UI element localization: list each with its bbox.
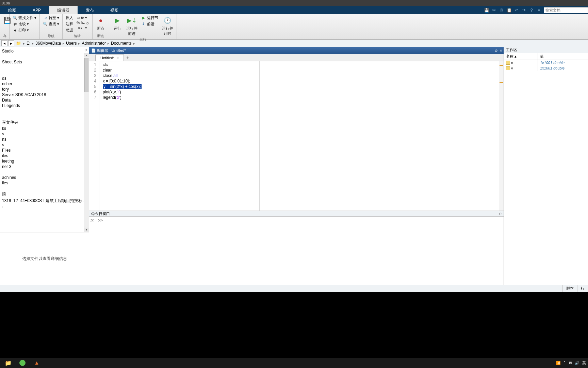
crumb-drive[interactable]: E: xyxy=(26,41,31,46)
list-item[interactable]: 院 xyxy=(1,191,89,198)
editor-tab-untitled[interactable]: Untitled* × xyxy=(95,54,124,61)
close-tab-icon[interactable]: × xyxy=(117,56,119,60)
list-item[interactable] xyxy=(1,114,89,119)
list-item[interactable]: Sheet Sets xyxy=(1,59,89,65)
workspace-row[interactable]: y1x1001 double xyxy=(504,65,588,71)
collapse-left-icon[interactable]: ⊙ xyxy=(83,48,88,52)
paste-icon[interactable]: 📋 xyxy=(506,7,512,13)
workspace-row[interactable]: x1x1001 double xyxy=(504,60,588,65)
status-bar: 脚本 行 xyxy=(0,285,588,292)
list-item[interactable]: ds xyxy=(1,76,89,81)
search-docs-input[interactable] xyxy=(544,7,588,13)
run-button[interactable]: ▶运行 xyxy=(111,15,124,32)
list-item[interactable]: Server SDK ACAD 2018 xyxy=(1,92,89,97)
indent-icons[interactable]: ⇥ ⇤ ≡ xyxy=(76,26,90,31)
save-icon[interactable]: 💾 xyxy=(484,7,489,13)
crumb-2[interactable]: Users xyxy=(65,41,77,46)
list-item[interactable]: 享文件夹 xyxy=(1,119,89,126)
tab-app[interactable]: APP xyxy=(24,6,49,14)
list-item[interactable]: Files xyxy=(1,148,89,153)
list-item[interactable]: s xyxy=(1,142,89,148)
chevron-up-icon[interactable]: ˄ xyxy=(564,361,566,365)
list-item[interactable] xyxy=(1,169,89,175)
list-item[interactable]: leeting xyxy=(1,158,89,164)
editor-annotation-bar[interactable] xyxy=(499,61,504,211)
taskbar-explorer[interactable]: 📁 xyxy=(1,358,15,367)
tab-editor[interactable]: 编辑器 xyxy=(49,6,78,14)
wifi-icon[interactable]: 📶 xyxy=(556,361,561,365)
list-item[interactable] xyxy=(1,70,89,76)
left-scrollbar[interactable]: ▴ ▾ xyxy=(84,53,89,232)
run-time-button[interactable]: 🕐运行并 计时 xyxy=(161,15,175,37)
list-item[interactable]: 1319_12_44+0800CST-建筑工程项目招投标与合同管理... xyxy=(1,198,89,204)
list-item[interactable]: Studio xyxy=(1,48,89,54)
list-item[interactable]: ncher xyxy=(1,81,89,87)
crumb-4[interactable]: Documents xyxy=(110,41,132,46)
list-item[interactable]: iles xyxy=(1,180,89,186)
network-icon[interactable]: 🖥 xyxy=(568,361,572,365)
list-item[interactable]: f Legends xyxy=(1,103,89,108)
print-button[interactable]: 🖨打印▾ xyxy=(12,27,37,33)
taskbar-matlab[interactable]: ▲ xyxy=(30,358,44,367)
ws-col-name[interactable]: 名称 ▴ xyxy=(504,53,538,60)
list-item[interactable]: iles xyxy=(1,153,89,158)
list-item[interactable]: achines xyxy=(1,175,89,180)
editor-close-icon[interactable]: ✕ xyxy=(500,49,502,52)
dropdown-icon[interactable]: ▾ xyxy=(536,7,542,13)
new-tab-button[interactable]: + xyxy=(124,54,131,61)
list-item[interactable]: s xyxy=(1,131,89,137)
find-files-button[interactable]: 🔍查找文件▾ xyxy=(12,15,37,21)
code-marker xyxy=(500,82,503,83)
list-item[interactable] xyxy=(1,65,89,70)
fx-icon[interactable]: fx xyxy=(89,217,97,285)
editor-area[interactable]: 1234567 clc clear close all x = [0:0.01:… xyxy=(89,61,504,211)
system-tray[interactable]: 📶 ˄ 🖥 🔊 英 xyxy=(556,361,586,366)
scroll-up-icon[interactable]: ▴ xyxy=(84,53,89,57)
command-window[interactable]: fx >> xyxy=(89,217,504,285)
cut-icon[interactable]: ✂ xyxy=(491,7,497,13)
list-item[interactable]: Data xyxy=(1,97,89,103)
comment-button[interactable]: 注释 xyxy=(65,21,74,27)
list-item[interactable]: ner 3 xyxy=(1,164,89,169)
scroll-thumb[interactable] xyxy=(84,58,88,92)
list-item[interactable]: tory xyxy=(1,87,89,92)
redo-icon[interactable]: ↷ xyxy=(521,7,527,13)
tab-view[interactable]: 视图 xyxy=(102,6,127,14)
insert-section-icon[interactable]: ▭ fx ▾ xyxy=(76,15,90,20)
copy-icon[interactable]: ⎘ xyxy=(499,7,504,13)
crumb-3[interactable]: Administrator xyxy=(81,41,107,46)
comment-toggle-icon[interactable]: % ‰ ☼ xyxy=(76,20,90,25)
help-icon[interactable]: ? xyxy=(529,7,534,13)
list-item[interactable] xyxy=(1,186,89,191)
editor-minimize-icon[interactable]: ⊙ xyxy=(495,49,497,52)
tab-plot[interactable]: 绘图 xyxy=(0,6,24,14)
find-button[interactable]: 🔍查找▾ xyxy=(42,21,60,27)
list-item[interactable] xyxy=(1,54,89,59)
list-item[interactable]: : xyxy=(1,204,89,210)
forward-button[interactable]: ► xyxy=(8,40,14,46)
collapse-cmd-icon[interactable]: ⊙ xyxy=(499,212,502,216)
code-content[interactable]: clc clear close all x = [0:0.01:10]; y =… xyxy=(99,61,499,211)
compare-button[interactable]: ⇄比较▾ xyxy=(12,21,37,27)
crumb-1[interactable]: 360MoveData xyxy=(35,41,62,46)
ws-col-value[interactable]: 值 xyxy=(538,53,546,60)
back-button[interactable]: ◄ xyxy=(1,40,7,46)
undo-icon[interactable]: ↶ xyxy=(514,7,519,13)
list-item[interactable] xyxy=(1,108,89,114)
indent-button[interactable]: 缩进 xyxy=(65,27,74,33)
breakpoints-button[interactable]: ●断点 xyxy=(95,15,107,32)
tab-publish[interactable]: 发布 xyxy=(78,6,102,14)
workspace-title: 工作区 xyxy=(504,47,588,53)
taskbar-browser[interactable] xyxy=(16,358,29,367)
list-item[interactable]: ks xyxy=(1,126,89,131)
scroll-down-icon[interactable]: ▾ xyxy=(84,228,89,232)
volume-icon[interactable]: 🔊 xyxy=(575,361,579,365)
list-item[interactable]: ns xyxy=(1,137,89,142)
advance-button[interactable]: ⇣前进 xyxy=(140,21,159,27)
ime-icon[interactable]: 英 xyxy=(582,361,586,366)
run-section-button[interactable]: ▶运行节 xyxy=(140,15,159,21)
file-list[interactable]: Studio Sheet Sets dsnchertoryServer SDK … xyxy=(0,47,89,232)
insert-button[interactable]: 插入 xyxy=(65,15,74,21)
goto-button[interactable]: ➔转至▾ xyxy=(42,15,60,21)
run-advance-button[interactable]: ▶⇣运行并 前进 xyxy=(125,15,139,37)
